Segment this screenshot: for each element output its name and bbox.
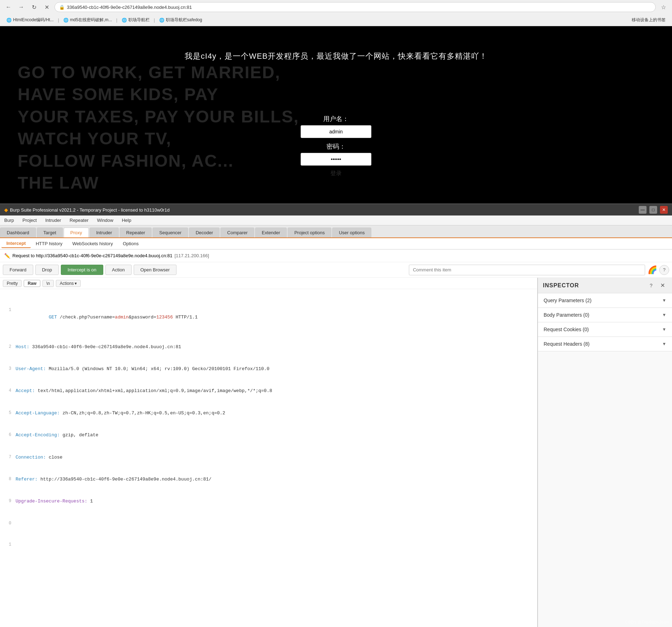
burp-main-tabs: Dashboard Target Proxy Intruder Repeater… [0, 225, 672, 238]
tab-intruder[interactable]: Intruder [89, 228, 119, 237]
body-params-title: Body Parameters (0) [544, 312, 589, 318]
bookmark-2[interactable]: 🌐 职场导航栏 [119, 16, 152, 24]
close-window-button[interactable]: ✕ [660, 206, 668, 214]
inspector-help-button[interactable]: ? [647, 281, 656, 290]
req-password-param: 123456 [156, 315, 173, 320]
back-button[interactable]: ← [4, 2, 13, 12]
browser-chrome: ← → ↻ ✕ 🔒 336a9540-cb1c-40f6-9e0e-c26714… [0, 0, 672, 26]
csdn-watermark: CSDN @The-Back-Zoom [625, 620, 669, 624]
subtab-intercept[interactable]: Intercept [1, 239, 31, 248]
body-params-header[interactable]: Body Parameters (0) ▼ [538, 308, 672, 322]
burp-sub-tabs: Intercept HTTP history WebSockets histor… [0, 238, 672, 249]
request-headers-header[interactable]: Request Headers (8) ▼ [538, 337, 672, 351]
bookmark-3[interactable]: 🌐 职场导航栏safedog [156, 16, 205, 24]
menu-intruder[interactable]: Intruder [41, 216, 65, 224]
tab-dashboard[interactable]: Dashboard [0, 228, 36, 237]
address-bar[interactable]: 🔒 336a9540-cb1c-40f6-9e0e-c267149a8e9e.n… [54, 2, 656, 12]
password-input[interactable] [301, 153, 371, 166]
req-username-param: admin [115, 315, 129, 320]
request-line-2: 2 Host: 336a9540-cb1c-40f6-9e0e-c267149a… [4, 344, 533, 351]
burp-title-text: ◆ Burp Suite Professional v2021.2 - Temp… [4, 207, 169, 213]
inspector-close-button[interactable]: ✕ [658, 281, 667, 290]
tab-repeater[interactable]: Repeater [120, 228, 152, 237]
help-button[interactable]: ? [659, 265, 669, 275]
bookmark-mobile[interactable]: 移动设备上的书签 [629, 16, 668, 24]
browser-titlebar: ← → ↻ ✕ 🔒 336a9540-cb1c-40f6-9e0e-c26714… [0, 0, 672, 14]
inspector-query-params: Query Parameters (2) ▼ [538, 293, 672, 308]
bookmark-sep-3: | [154, 18, 155, 23]
inspector-cookies: Request Cookies (0) ▼ [538, 322, 672, 337]
intercept-toggle[interactable]: Intercept is on [61, 265, 103, 275]
bookmark-star[interactable]: ☆ [659, 2, 668, 12]
address-text: 336a9540-cb1c-40f6-9e0e-c267149a8e9e.nod… [67, 5, 192, 10]
tab-extender[interactable]: Extender [255, 228, 287, 237]
action-button[interactable]: Action [105, 265, 132, 275]
burp-window: ◆ Burp Suite Professional v2021.2 - Temp… [0, 203, 672, 627]
request-line-11: 1 [4, 541, 533, 548]
query-params-header[interactable]: Query Parameters (2) ▼ [538, 293, 672, 307]
tab-decoder[interactable]: Decoder [189, 228, 220, 237]
forward-button[interactable]: → [16, 2, 26, 12]
subtab-options[interactable]: Options [118, 240, 144, 248]
request-content[interactable]: 1 GET /check.php?username=admin&password… [0, 289, 537, 627]
bookmark-1[interactable]: 🌐 md5在线密码破解,m... [60, 16, 115, 24]
request-ip: [117.21.200.166] [174, 253, 209, 258]
subtab-websockets[interactable]: WebSockets history [68, 240, 118, 248]
menu-repeater[interactable]: Repeater [65, 216, 93, 224]
menu-window[interactable]: Window [93, 216, 117, 224]
line-content-7: Connection: close [16, 454, 63, 461]
newline-button[interactable]: \n [42, 280, 54, 287]
tab-project-options[interactable]: Project options [288, 228, 331, 237]
line-content-5: Accept-Language: zh-CN,zh;q=0.8,zh-TW;q=… [16, 410, 225, 417]
maximize-button[interactable]: □ [649, 206, 657, 214]
menu-project[interactable]: Project [18, 216, 41, 224]
burp-main-content: Pretty Raw \n Actions ▾ 1 GET /check.php… [0, 278, 672, 627]
request-line-10: 0 [4, 520, 533, 527]
tab-comparer[interactable]: Comparer [220, 228, 254, 237]
cookies-header[interactable]: Request Cookies (0) ▼ [538, 322, 672, 336]
subtab-http-history[interactable]: HTTP history [31, 240, 68, 248]
line-content-1: GET /check.php?username=admin&password=1… [16, 307, 198, 329]
line-num-10: 0 [4, 520, 11, 527]
line-content-3: User-Agent: Mozilla/5.0 (Windows NT 10.0… [16, 366, 270, 373]
editor-subtoolbar: Pretty Raw \n Actions ▾ [0, 278, 537, 289]
line-num-8: 8 [4, 476, 11, 483]
inspector-title: INSPECTOR [543, 282, 579, 289]
tab-user-options[interactable]: User options [332, 228, 371, 237]
raw-button[interactable]: Raw [24, 280, 40, 287]
login-form: 用户名： 密码： 登录 [301, 115, 371, 177]
cookies-chevron: ▼ [662, 327, 666, 332]
menu-burp[interactable]: Burp [0, 216, 18, 224]
request-editor: Pretty Raw \n Actions ▾ 1 GET /check.php… [0, 278, 538, 627]
rainbow-icon[interactable]: 🌈 [647, 265, 657, 275]
comment-input[interactable] [409, 265, 645, 275]
burp-icon: ◆ [4, 207, 8, 213]
burp-title: Burp Suite Professional v2021.2 - Tempor… [10, 207, 169, 213]
tab-sequencer[interactable]: Sequencer [152, 228, 188, 237]
minimize-button[interactable]: — [639, 206, 647, 214]
burp-window-controls: — □ ✕ [639, 206, 668, 214]
menu-help[interactable]: Help [117, 216, 135, 224]
req-method: GET [49, 315, 57, 320]
request-line-3: 3 User-Agent: Mozilla/5.0 (Windows NT 10… [4, 366, 533, 373]
inspector-panel: INSPECTOR ? ✕ Query Parameters (2) ▼ Bod… [538, 278, 672, 627]
pretty-button[interactable]: Pretty [3, 280, 22, 287]
drop-button[interactable]: Drop [35, 265, 59, 275]
close-button[interactable]: ✕ [42, 2, 52, 12]
actions-dropdown[interactable]: Actions ▾ [56, 280, 81, 287]
bookmark-0[interactable]: 🌐 HtmlEncode编码/Ht... [4, 16, 57, 24]
refresh-button[interactable]: ↻ [29, 2, 39, 12]
bookmark-label-1: md5在线密码破解,m... [70, 17, 112, 23]
inspector-request-headers: Request Headers (8) ▼ [538, 337, 672, 351]
request-line-4: 4 Accept: text/html,application/xhtml+xm… [4, 387, 533, 395]
login-button[interactable]: 登录 [330, 170, 342, 177]
forward-button[interactable]: Forward [3, 265, 33, 275]
bookmark-label-2: 职场导航栏 [128, 17, 150, 23]
tab-proxy[interactable]: Proxy [64, 228, 89, 237]
open-browser-button[interactable]: Open Browser [134, 265, 176, 275]
password-label: 密码： [301, 142, 371, 151]
username-input[interactable] [301, 125, 371, 138]
bookmark-icon-3: 🌐 [159, 18, 164, 23]
request-headers-title: Request Headers (8) [544, 341, 590, 347]
tab-target[interactable]: Target [37, 228, 63, 237]
